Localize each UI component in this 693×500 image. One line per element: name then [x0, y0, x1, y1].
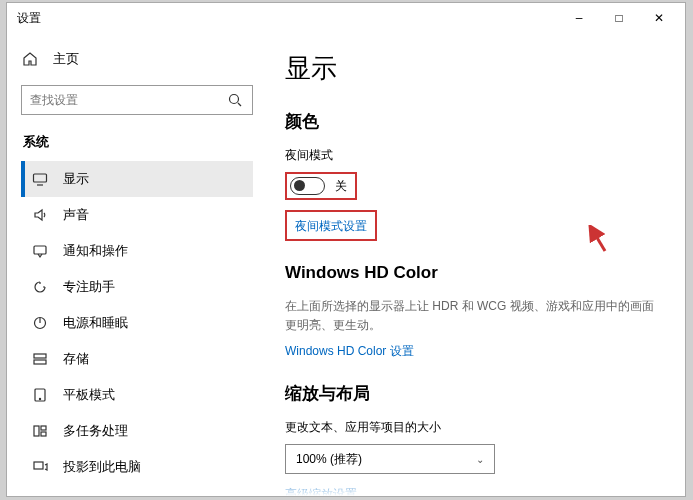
window-title: 设置 — [17, 10, 41, 27]
svg-rect-8 — [34, 426, 39, 436]
sidebar-item-sound[interactable]: 声音 — [21, 197, 253, 233]
focus-icon — [31, 278, 49, 296]
maximize-button[interactable]: □ — [599, 3, 639, 33]
home-icon — [21, 50, 39, 68]
sidebar-item-multitask[interactable]: 多任务处理 — [21, 413, 253, 449]
sidebar-item-notifications[interactable]: 通知和操作 — [21, 233, 253, 269]
page-title: 显示 — [285, 51, 657, 86]
home-label: 主页 — [53, 50, 79, 68]
notifications-icon — [31, 242, 49, 260]
sidebar-item-label: 电源和睡眠 — [63, 314, 128, 332]
project-icon — [31, 458, 49, 476]
search-input[interactable] — [21, 85, 253, 115]
sidebar-item-label: 平板模式 — [63, 386, 115, 404]
sidebar-item-label: 专注助手 — [63, 278, 115, 296]
display-icon — [31, 170, 49, 188]
sidebar-item-label: 显示 — [63, 170, 89, 188]
sidebar: 主页 系统 显示 声音 通知和操作 — [7, 33, 267, 496]
svg-point-0 — [230, 95, 239, 104]
home-nav[interactable]: 主页 — [21, 41, 253, 77]
night-mode-settings-link[interactable]: 夜间模式设置 — [295, 218, 367, 235]
night-mode-toggle[interactable] — [290, 177, 325, 195]
search-icon — [226, 91, 244, 109]
sound-icon — [31, 206, 49, 224]
hd-color-heading: Windows HD Color — [285, 263, 657, 283]
close-button[interactable]: ✕ — [639, 3, 679, 33]
hd-color-description: 在上面所选择的显示器上让 HDR 和 WCG 视频、游戏和应用中的画面更明亮、更… — [285, 297, 657, 335]
night-mode-link-annotation: 夜间模式设置 — [285, 210, 377, 241]
sidebar-item-storage[interactable]: 存储 — [21, 341, 253, 377]
svg-point-7 — [39, 398, 40, 399]
night-mode-label: 夜间模式 — [285, 147, 657, 164]
sidebar-item-project[interactable]: 投影到此电脑 — [21, 449, 253, 485]
title-bar: 设置 – □ ✕ — [7, 3, 685, 33]
sidebar-item-label: 存储 — [63, 350, 89, 368]
tablet-icon — [31, 386, 49, 404]
sidebar-item-label: 投影到此电脑 — [63, 458, 141, 476]
svg-rect-9 — [41, 426, 46, 430]
svg-rect-10 — [41, 432, 46, 436]
scale-value: 100% (推荐) — [296, 451, 362, 468]
toggle-state-text: 关 — [335, 178, 347, 195]
night-mode-toggle-annotation: 关 — [285, 172, 357, 200]
sidebar-item-label: 声音 — [63, 206, 89, 224]
nav-list: 显示 声音 通知和操作 专注助手 电源和睡眠 — [21, 161, 253, 485]
scale-label: 更改文本、应用等项目的大小 — [285, 419, 657, 436]
color-heading: 颜色 — [285, 110, 657, 133]
storage-icon — [31, 350, 49, 368]
sidebar-item-display[interactable]: 显示 — [21, 161, 253, 197]
content-pane: 显示 颜色 夜间模式 关 夜间模式设置 Windows HD Color 在上面… — [267, 33, 685, 496]
chevron-down-icon: ⌄ — [476, 454, 484, 465]
settings-window: 设置 – □ ✕ 主页 系统 显示 — [6, 2, 686, 497]
scale-dropdown[interactable]: 100% (推荐) ⌄ — [285, 444, 495, 474]
scale-heading: 缩放与布局 — [285, 382, 657, 405]
minimize-button[interactable]: – — [559, 3, 599, 33]
svg-rect-5 — [34, 360, 46, 364]
svg-rect-1 — [34, 174, 47, 182]
category-title: 系统 — [23, 133, 253, 151]
sidebar-item-power[interactable]: 电源和睡眠 — [21, 305, 253, 341]
sidebar-item-focus[interactable]: 专注助手 — [21, 269, 253, 305]
multitask-icon — [31, 422, 49, 440]
power-icon — [31, 314, 49, 332]
svg-rect-2 — [34, 246, 46, 254]
sidebar-item-label: 多任务处理 — [63, 422, 128, 440]
svg-rect-4 — [34, 354, 46, 358]
hd-color-settings-link[interactable]: Windows HD Color 设置 — [285, 343, 414, 360]
sidebar-item-label: 通知和操作 — [63, 242, 128, 260]
sidebar-item-tablet[interactable]: 平板模式 — [21, 377, 253, 413]
svg-rect-11 — [34, 462, 43, 469]
search-field[interactable] — [30, 93, 226, 107]
